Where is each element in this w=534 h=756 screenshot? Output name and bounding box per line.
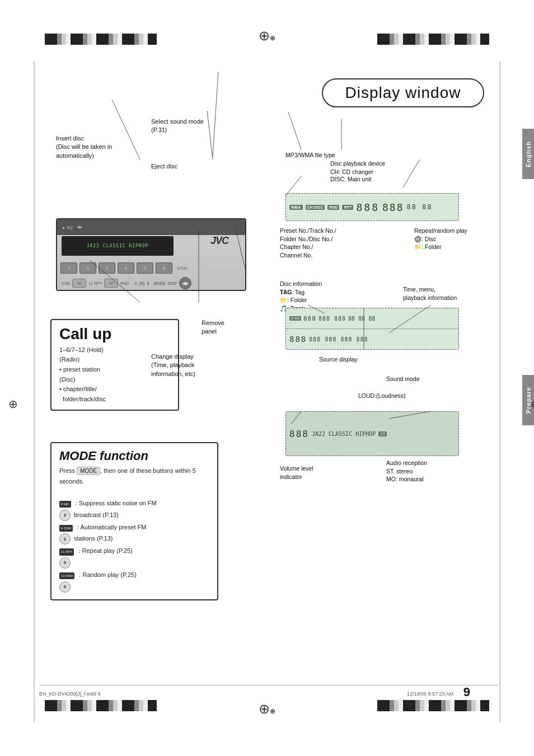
source-display-label: Source display [319,355,358,364]
display-window-title: Display window [308,78,498,107]
display-window-label: Display window [345,84,461,101]
change-display-label: Change display(Time, playbackinformation… [151,353,235,378]
reg-bar-top-left [45,34,157,45]
wma-indicator: WMA [289,205,303,210]
audio-reception-label: Audio receptionST: stereoMO: monaural [386,459,427,483]
display-window-box: Display window [322,78,485,107]
volume-level-label: Volume levelindicator [280,464,313,481]
footer-text-right: 12/19/05 9:57:23 AM [407,691,453,697]
mode-badge-ssm: 9 SSM [59,525,73,532]
right-crosshair: ⊕ [531,397,534,411]
left-crosshair: ⊕ [8,397,18,411]
mode-btn-2[interactable]: 2 [59,510,71,521]
mode-item-1: 8 MO : Suppress static noise on FM [59,498,209,509]
mode-title: MODE function [59,449,209,463]
loud-label: LOUD (Loudness) [358,392,406,400]
mode-text-ssm: : Automatically preset FM [77,522,147,533]
mode-item-3b: 5 [59,557,209,569]
preset-no-label: Preset No./Track No./Folder No./Disc No.… [280,227,369,260]
display-bottom-box: 888 JA22 CLASSIC HIPHOP ST [285,411,459,456]
footer-text-left: EN_KD-DV4200[J]_f.indd 9 [39,691,101,697]
preset-btn-4[interactable]: 4 [118,262,134,274]
top-digits-2: 888 [382,201,404,213]
select-sound-mode-label: Select sound mode(P.31) [151,118,229,135]
callup-title: Call up [59,326,170,343]
device-unit: ▲ EQ ◀▶ JA22 CLASSIC HIPHOP JVC 1 2 3 4 … [56,218,246,291]
top-digits: 888 [356,201,380,213]
bot-main-digits: 888 [289,429,309,439]
eject-disc-label: Eject disc [151,162,207,171]
preset-btn-3[interactable]: 3 [99,262,115,274]
callup-radio: (Radio) [59,356,79,363]
rpt-indicator: RPT [342,205,353,210]
sound-mode-label: Sound mode [386,375,420,383]
time-menu-label: Time, menu,playback information [403,285,457,302]
mid-seg-2: 888 888 [318,316,346,322]
side-tab-english: English [522,129,534,179]
crosshair-top: ⊕ [259,28,275,45]
disc-icon-label: 🔘: Disc [414,236,436,242]
device-face: ▲ EQ ◀▶ JA22 CLASSIC HIPHOP JVC 1 2 3 4 … [57,219,245,290]
preset-btn-2[interactable]: 2 [79,262,96,274]
display-top-box: WMA CH DISC RND RPT 888 888 88 88 [285,193,459,221]
footer-line [39,685,498,685]
main-content: Display window English Prepare Select so… [39,62,498,722]
reg-bar-top-right [377,34,489,45]
ch-indicator: CH DISC [306,205,325,210]
device-bottom-row: SSM 10 11 RPT 12 RND 4 (5) 6 MODE DISP ◀… [57,275,245,291]
device-buttons-row: 1 2 3 4 5 6 STMD [57,260,245,276]
disc-playback-label: Disc playback device [330,159,385,168]
mode-text-mo: : Suppress static noise on FM [76,498,157,509]
preset-btn-6[interactable]: 6 [156,262,172,274]
folder-icon-label: 📁: Folder [414,243,442,250]
device-logo: JVC [210,235,228,247]
mode-box: MODE function Press MODE, then one of th… [50,442,218,600]
mode-item-4: 12 RND : Random play (P.25) [59,570,209,580]
mode-text-rpt: : Repeat play (P.25) [78,546,132,556]
mode-item-4b: 6 [59,581,209,593]
callup-disc: (Disc) [59,376,76,383]
mode-badge-mo: 8 MO [59,501,71,508]
stmd-badge: STMD [289,316,301,321]
mode-text-ssm-2: stations (P.13) [74,533,113,544]
mid-seg-1: 888 [303,315,316,322]
preset-btn-1[interactable]: 1 [60,262,77,274]
callup-line1: 1–6/7–12 (Hold) [59,346,104,353]
rnd-indicator: RND [327,205,339,210]
page-number: 9 [463,685,470,699]
mid-main-digits: 888 [289,335,307,344]
right-digits: 88 88 [406,203,432,211]
mode-item-2: 9 SSM : Automatically preset FM [59,522,209,533]
mode-btn-6[interactable]: 6 [59,581,71,593]
mode-badge-rnd: 12 RND [59,572,74,579]
bot-mode-badge: ST [378,431,387,436]
mode-text-mo-2: broadcast (P.13) [74,510,119,520]
mode-badge-rpt: 11 RPT [59,548,74,555]
device-display-area: JA22 CLASSIC HIPHOP [62,236,174,256]
preset-btn-5[interactable]: 5 [137,262,153,274]
device-top-strip: ▲ EQ ◀▶ [57,219,245,235]
mode-text-rnd: : Random play (P.25) [79,570,137,580]
mode-item-2b: 3 stations (P.13) [59,533,209,544]
small-btn-1[interactable]: 10 [72,279,86,288]
mid-extra-digits: 888 888 888 888 [309,336,368,342]
left-section: Select sound mode(P.31) Insert disc(Disc… [39,118,263,621]
repeat-random-label: Repeat/random play 🔘: Disc 📁: Folder [414,227,487,251]
remove-panel-label: Removepanel [202,319,269,336]
callup-preset: • preset station [59,366,100,373]
small-btn-2[interactable]: 12 [104,279,118,288]
mode-btn-5[interactable]: 5 [59,557,71,569]
margin-line-right [499,62,500,722]
mode-btn-3[interactable]: 3 [59,533,71,544]
bot-mid-text: JA22 CLASSIC HIPHOP [312,431,376,437]
right-section: MP3/WMA file type Disc playback device C… [285,106,487,621]
margin-line-left [34,62,35,722]
display-middle-box: STMD 888 888 888 88 88 88 888 888 888 88… [285,308,459,350]
mode-intro: Press MODE, then one of these buttons wi… [59,466,209,486]
mode-body: Press MODE, then one of these buttons wi… [59,466,209,593]
insert-disc-label: Insert disc(Disc will be taken inautomat… [56,134,140,160]
mode-item-1b: 2 broadcast (P.13) [59,510,209,521]
english-label: English [525,141,532,167]
mid-seg-3: 88 88 88 [348,316,375,322]
volume-knob[interactable]: ◀▶ [179,277,191,289]
